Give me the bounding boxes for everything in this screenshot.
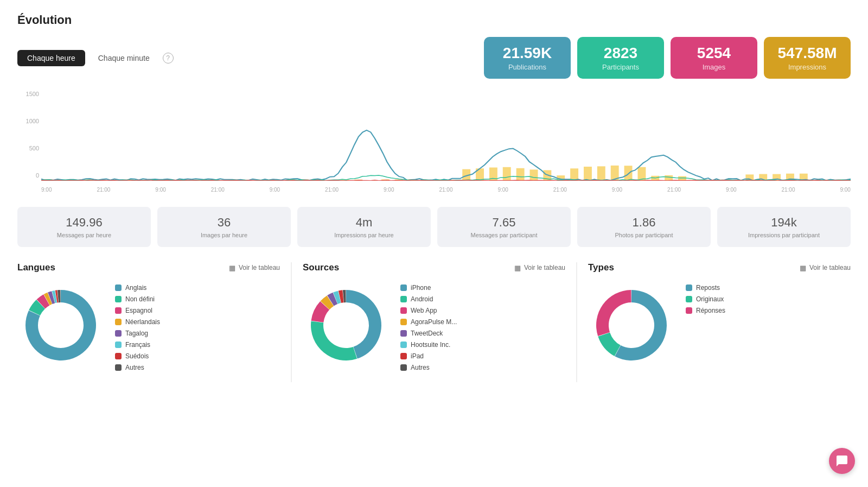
kpi-card-2: 5254 Images	[671, 37, 757, 79]
btn-each-hour[interactable]: Chaque heure	[17, 50, 85, 66]
legend-label: TweetDeck	[411, 330, 443, 337]
legend-dot	[115, 353, 122, 359]
stat-value-0: 149.96	[66, 216, 102, 230]
types-voir-tableau[interactable]: ▦ Voir le tableau	[800, 264, 851, 272]
legend-label: iPhone	[411, 284, 431, 292]
stat-label-4: Photos par participant	[615, 232, 673, 238]
legend-dot	[400, 341, 407, 348]
legend-item: Non défini	[115, 295, 160, 303]
legend-dot	[686, 284, 692, 291]
langues-voir-tableau-label: Voir le tableau	[239, 264, 280, 271]
legend-label: Suédois	[125, 352, 149, 360]
chart-x-label: 21:00	[667, 187, 681, 193]
legend-item: Autres	[115, 364, 160, 371]
legend-label: Web App	[411, 307, 437, 314]
legend-label: Autres	[411, 364, 430, 371]
stat-card-2: 4m Impressions par heure	[297, 207, 431, 247]
sources-legend: iPhone Android Web App AgoraPulse M... T…	[400, 282, 457, 371]
legend-item: Hootsuite Inc.	[400, 341, 457, 349]
langues-voir-tableau[interactable]: ▦ Voir le tableau	[229, 264, 280, 272]
stat-value-3: 7.65	[493, 216, 516, 230]
chart-x-label: 9:00	[497, 187, 508, 193]
chart-x-label: 9:00	[155, 187, 165, 193]
sources-voir-tableau-label: Voir le tableau	[524, 264, 565, 271]
legend-dot	[400, 353, 407, 359]
panel-types-header: Types ▦ Voir le tableau	[588, 262, 851, 273]
sources-title: Sources	[303, 262, 339, 273]
sources-voir-tableau[interactable]: ▦ Voir le tableau	[514, 264, 565, 272]
kpi-card-0: 21.59K Publications	[484, 37, 571, 79]
legend-dot	[686, 307, 692, 314]
chart-x-label: 9:00	[41, 187, 52, 193]
legend-dot	[400, 364, 407, 371]
chart-x-label: 21:00	[325, 187, 339, 193]
legend-dot	[400, 330, 407, 337]
stat-card-3: 7.65 Messages par participant	[437, 207, 571, 247]
legend-dot	[115, 319, 122, 325]
chart-x-label: 9:00	[612, 187, 622, 193]
chat-icon	[835, 454, 848, 467]
chart-x-label: 9:00	[384, 187, 394, 193]
legend-dot	[400, 296, 407, 302]
legend-label: Autres	[125, 364, 144, 371]
legend-item: Reposts	[686, 284, 725, 292]
legend-dot	[400, 307, 407, 314]
legend-item: Android	[400, 295, 457, 303]
table-icon: ▦	[229, 264, 235, 272]
btn-each-minute[interactable]: Chaque minute	[91, 50, 157, 66]
legend-label: Espagnol	[125, 307, 152, 314]
page-title: Évolution	[17, 13, 851, 27]
legend-dot	[115, 330, 122, 337]
legend-label: Néerlandais	[125, 318, 160, 326]
table-icon-sources: ▦	[514, 264, 521, 272]
svg-rect-35	[516, 168, 525, 181]
stat-card-0: 149.96 Messages par heure	[17, 207, 151, 247]
chart-x-label: 21:00	[553, 187, 567, 193]
legend-label: Reposts	[696, 284, 720, 292]
table-icon-types: ▦	[800, 264, 806, 272]
panel-sources-header: Sources ▦ Voir le tableau	[303, 262, 565, 273]
svg-rect-41	[597, 166, 605, 181]
legend-item: Autres	[400, 364, 457, 371]
kpi-card-3: 547.58M Impressions	[764, 37, 851, 79]
legend-label: Originaux	[696, 295, 724, 303]
stat-value-2: 4m	[356, 216, 373, 230]
chat-button[interactable]	[829, 448, 855, 474]
langues-donut-row: Anglais Non défini Espagnol Néerlandais …	[17, 282, 280, 371]
types-donut-row: Reposts Originaux Réponses	[588, 282, 851, 369]
types-legend: Reposts Originaux Réponses	[686, 282, 725, 314]
legend-dot	[400, 319, 407, 325]
svg-rect-40	[584, 167, 592, 181]
legend-item: Tagalog	[115, 330, 160, 337]
stat-card-4: 1.86 Photos par participant	[577, 207, 711, 247]
legend-item: TweetDeck	[400, 330, 457, 337]
panel-types: Types ▦ Voir le tableau Reposts Originau…	[577, 262, 851, 382]
kpi-value-2: 5254	[697, 45, 731, 62]
legend-dot	[115, 296, 122, 302]
stat-label-3: Messages par participant	[471, 232, 538, 238]
chart-y-label: 1500	[17, 91, 39, 97]
legend-item: Espagnol	[115, 307, 160, 314]
kpi-card-1: 2823 Participants	[577, 37, 664, 79]
legend-label: Hootsuite Inc.	[411, 341, 450, 349]
stats-row: 149.96 Messages par heure36 Images par h…	[17, 207, 851, 247]
chart-x-label: 21:00	[211, 187, 225, 193]
kpi-row: 21.59K Publications2823 Participants5254…	[484, 37, 851, 79]
legend-label: Français	[125, 341, 150, 349]
kpi-label-3: Impressions	[788, 63, 826, 71]
stat-label-5: Impressions par participant	[748, 232, 820, 238]
legend-label: iPad	[411, 352, 424, 360]
sources-donut-row: iPhone Android Web App AgoraPulse M... T…	[303, 282, 565, 371]
chart-y-label: 0	[17, 172, 39, 179]
stat-value-4: 1.86	[633, 216, 656, 230]
legend-item: Anglais	[115, 284, 160, 292]
legend-item: Web App	[400, 307, 457, 314]
legend-label: Non défini	[125, 295, 155, 303]
stat-label-2: Impressions par heure	[334, 232, 393, 238]
chart-x-label: 9:00	[840, 187, 850, 193]
chart-y-label: 1000	[17, 118, 39, 124]
help-icon[interactable]: ?	[163, 53, 174, 64]
stat-value-1: 36	[218, 216, 231, 230]
svg-rect-34	[503, 167, 511, 181]
stat-card-1: 36 Images par heure	[157, 207, 291, 247]
